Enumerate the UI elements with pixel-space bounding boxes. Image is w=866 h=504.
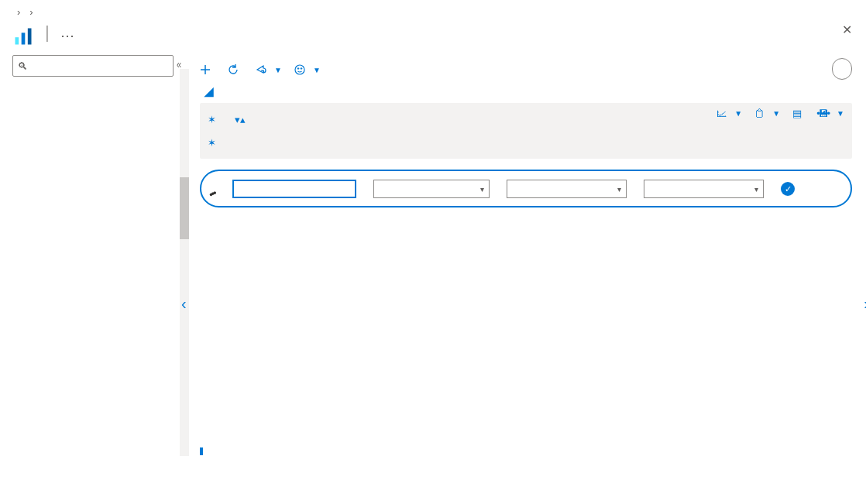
add-filter-button[interactable]: ▾​▴	[235, 114, 250, 125]
drill-logs-button[interactable]: 📋︎▼	[754, 108, 780, 119]
new-alert-button[interactable]: ▤	[792, 108, 806, 119]
apply-check-icon[interactable]: ✓	[781, 182, 795, 196]
search-icon: 🔍︎	[18, 60, 28, 72]
svg-rect-2	[28, 29, 32, 45]
prev-chart-button[interactable]: ‹	[181, 295, 187, 313]
chart-title[interactable]: ◢	[200, 86, 852, 98]
metric-selector[interactable]: ▾	[507, 180, 627, 198]
share-button[interactable]: ▼	[256, 64, 282, 75]
more-options-button[interactable]: ⋯	[60, 27, 75, 44]
page-title: |	[42, 22, 53, 43]
svg-point-4	[297, 68, 299, 70]
toolbar: ▼ ▼	[200, 55, 852, 84]
line-chart[interactable]	[200, 226, 852, 443]
legend-value	[209, 447, 852, 455]
sidebar: 🔍︎ «	[0, 55, 180, 483]
namespace-selector[interactable]: ▾	[373, 180, 490, 198]
svg-point-3	[295, 65, 304, 74]
chevron-right-icon: ›	[29, 6, 33, 18]
feedback-button[interactable]: ▼	[294, 64, 321, 75]
metric-query: ••• ▾ ▾ ▾ ✓	[200, 170, 852, 207]
more-chart-options[interactable]: •••	[816, 108, 832, 119]
chart-plot	[226, 226, 459, 342]
add-metric-button[interactable]: ✶	[208, 114, 221, 125]
page-header: | ⋯ ✕	[0, 18, 866, 55]
apply-splitting-button[interactable]: ✶	[208, 137, 221, 149]
chart-type-dropdown[interactable]: 📈︎▼	[717, 108, 742, 119]
search-input[interactable]	[33, 60, 168, 73]
time-range-picker[interactable]	[832, 58, 852, 80]
close-button[interactable]: ✕	[842, 22, 852, 37]
breadcrumb: › ›	[0, 0, 866, 18]
drag-handle-icon[interactable]: •••	[207, 187, 217, 201]
chart-legend[interactable]	[200, 447, 852, 455]
chevron-right-icon: ›	[17, 6, 20, 18]
svg-rect-0	[15, 37, 19, 44]
search-box[interactable]: 🔍︎	[12, 55, 174, 77]
aggregation-selector[interactable]: ▾	[644, 180, 764, 198]
new-chart-button[interactable]	[200, 64, 215, 75]
svg-point-5	[301, 68, 302, 70]
scope-selector[interactable]	[232, 180, 356, 198]
metrics-icon	[12, 26, 34, 47]
chart-controls: ✶ ▾​▴ 📈︎▼ 📋︎▼ ▤ 💾︎▼ ✶ •••	[200, 103, 852, 159]
main-content: ▼ ▼ ◢ ✶ ▾​▴ 📈︎▼ 📋︎▼ ▤	[180, 55, 866, 483]
refresh-button[interactable]	[228, 64, 243, 75]
svg-rect-1	[22, 33, 26, 44]
